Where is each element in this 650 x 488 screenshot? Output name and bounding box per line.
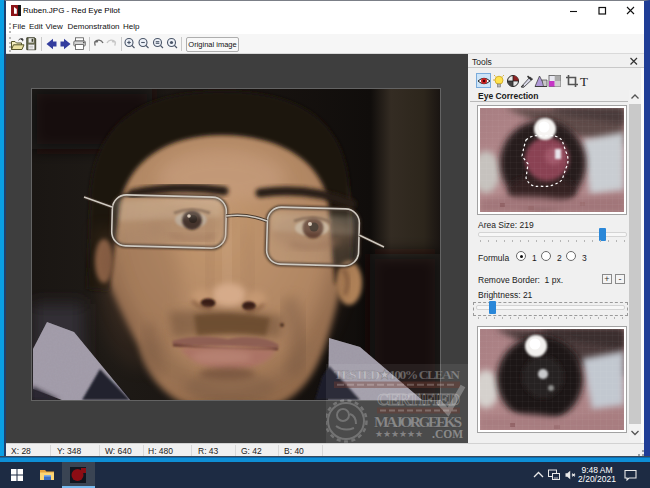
svg-text:★★★★★★: ★★★★★★: [375, 429, 423, 439]
svg-text:T: T: [580, 74, 588, 89]
svg-text:CERTIFIED: CERTIFIED: [377, 390, 460, 409]
svg-text:TESTED★100% CLEAN: TESTED★100% CLEAN: [334, 367, 460, 382]
svg-text:.COM: .COM: [432, 428, 463, 440]
